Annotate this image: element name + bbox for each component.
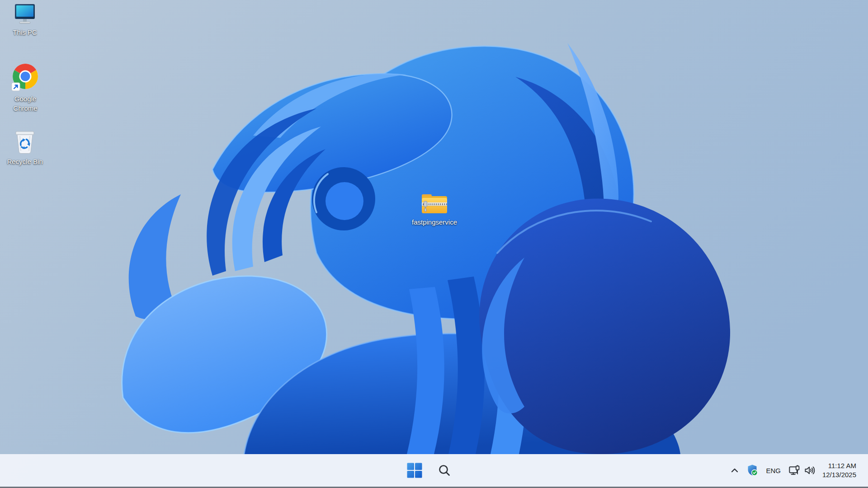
google-chrome-icon	[11, 63, 40, 92]
start-button[interactable]	[404, 460, 425, 481]
zipped-folder-icon	[421, 192, 448, 215]
desktop-icon-label: This PC	[13, 28, 37, 37]
wallpaper-bloom	[0, 0, 868, 488]
tray-show-hidden-icons-button[interactable]	[727, 460, 742, 481]
system-tray: ENG	[727, 454, 868, 487]
desktop-icon-label: fastpingservice	[412, 217, 457, 227]
windows-logo-icon	[407, 463, 422, 478]
tray-time: 11:12 AM	[828, 461, 856, 470]
this-pc-icon	[12, 3, 38, 25]
shortcut-arrow-badge	[12, 83, 20, 91]
taskbar-center-group	[404, 454, 455, 487]
desktop-icon-label: Recycle Bin	[7, 157, 42, 166]
volume-icon	[804, 465, 816, 476]
network-volume-button[interactable]	[786, 460, 819, 481]
windows-security-button[interactable]	[745, 460, 761, 481]
clock-button[interactable]: 11:12 AM 12/13/2025	[821, 460, 857, 481]
desktop-icon-recycle-bin[interactable]: Recycle Bin	[3, 128, 47, 166]
language-label: ENG	[766, 467, 781, 474]
recycle-bin-icon	[14, 128, 36, 155]
search-icon	[438, 464, 451, 477]
desktop-icon-this-pc[interactable]: This PC	[3, 3, 47, 37]
desktop-icon-fastpingservice-zip[interactable]: fastpingservice	[407, 192, 462, 227]
taskbar: ENG	[0, 454, 868, 488]
chevron-up-icon	[730, 465, 740, 475]
network-ethernet-icon	[788, 465, 800, 476]
search-button[interactable]	[434, 460, 455, 481]
desktop-icon-label: Google Chrome	[8, 94, 42, 113]
language-indicator-button[interactable]: ENG	[764, 460, 783, 481]
desktop-icon-google-chrome[interactable]: Google Chrome	[4, 63, 47, 113]
tray-date: 12/13/2025	[822, 470, 856, 479]
security-shield-icon	[747, 464, 759, 477]
